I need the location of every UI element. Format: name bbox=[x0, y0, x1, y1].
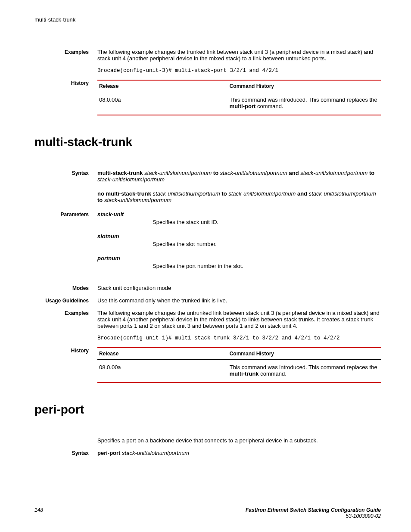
param-name: portnum bbox=[97, 255, 153, 269]
parameters-section: Parameters stack-unit Specifies the stac… bbox=[34, 211, 381, 277]
doc-title: FastIron Ethernet Switch Stacking Config… bbox=[246, 507, 381, 513]
examples-section-top: Examples The following example changes t… bbox=[34, 49, 381, 62]
history-cmdhist-val: This command was introduced. This comman… bbox=[228, 360, 381, 383]
modes-text: Stack unit configuration mode bbox=[97, 285, 381, 291]
param-name: stack-unit bbox=[97, 211, 153, 225]
page-number: 148 bbox=[34, 507, 43, 519]
section-title-multi-stack-trunk: multi-stack-trunk bbox=[34, 135, 381, 149]
history-col-cmdhist: Command History bbox=[228, 80, 381, 92]
examples-code-row-mst: Brocade(config-unit-1)# multi-stack-trun… bbox=[34, 335, 381, 341]
syntax-section: Syntax multi-stack-trunk stack-unit/slot… bbox=[34, 170, 381, 183]
history-label: History bbox=[34, 80, 97, 115]
syntax-line-1: multi-stack-trunk stack-unit/slotnum/por… bbox=[97, 170, 381, 183]
history-release-val: 08.0.00a bbox=[97, 92, 228, 115]
history-section-mst: History Release Command History 08.0.00a… bbox=[34, 347, 381, 383]
param-row: portnum Specifies the port number in the… bbox=[97, 255, 381, 269]
param-desc: Specifies the port number in the slot. bbox=[153, 255, 381, 269]
param-row: slotnum Specifies the slot number. bbox=[97, 233, 381, 247]
examples-code: Brocade(config-unit-1)# multi-stack-trun… bbox=[97, 335, 381, 341]
usage-label: Usage Guidelines bbox=[34, 297, 97, 304]
usage-section: Usage Guidelines Use this command only w… bbox=[34, 297, 381, 304]
param-row: stack-unit Specifies the stack unit ID. bbox=[97, 211, 381, 225]
history-section-top: History Release Command History 08.0.00a… bbox=[34, 80, 381, 115]
examples-label: Examples bbox=[34, 310, 97, 329]
syntax-section-periport: Syntax peri-port stack-unit/slotnum/port… bbox=[34, 450, 381, 456]
document-page: multi-stack-trunk Examples The following… bbox=[0, 0, 411, 532]
history-label: History bbox=[34, 347, 97, 383]
examples-code-row: Brocade(config-unit-3)# multi-stack-port… bbox=[34, 68, 381, 74]
param-desc: Specifies the slot number. bbox=[153, 233, 381, 247]
syntax-line-periport: peri-port stack-unit/slotnum/portnum bbox=[97, 450, 381, 456]
page-footer: 148 FastIron Ethernet Switch Stacking Co… bbox=[34, 507, 381, 519]
examples-code: Brocade(config-unit-3)# multi-stack-port… bbox=[97, 68, 381, 74]
modes-label: Modes bbox=[34, 285, 97, 291]
history-table-top: Release Command History 08.0.00a This co… bbox=[97, 80, 381, 115]
syntax-label: Syntax bbox=[34, 170, 97, 183]
history-col-release: Release bbox=[97, 348, 228, 360]
examples-label: Examples bbox=[34, 49, 97, 62]
modes-section: Modes Stack unit configuration mode bbox=[34, 285, 381, 291]
examples-text: The following example changes the untrun… bbox=[97, 310, 381, 329]
parameters-label: Parameters bbox=[34, 211, 97, 277]
examples-section-mst: Examples The following example changes t… bbox=[34, 310, 381, 329]
periport-intro: Specifies a port on a backbone device th… bbox=[97, 437, 381, 444]
history-col-cmdhist: Command History bbox=[228, 348, 381, 360]
history-cmdhist-val: This command was introduced. This comman… bbox=[228, 92, 381, 115]
syntax-line-2: no multi-stack-trunk stack-unit/slotnum/… bbox=[97, 190, 381, 203]
syntax-section-no: no multi-stack-trunk stack-unit/slotnum/… bbox=[34, 190, 381, 203]
param-name: slotnum bbox=[97, 233, 153, 247]
history-col-release: Release bbox=[97, 80, 228, 92]
usage-text: Use this command only when the trunked l… bbox=[97, 297, 381, 304]
running-head: multi-stack-trunk bbox=[34, 16, 381, 23]
section-title-peri-port: peri-port bbox=[34, 403, 381, 417]
history-table-mst: Release Command History 08.0.00a This co… bbox=[97, 347, 381, 383]
syntax-label: Syntax bbox=[34, 450, 97, 456]
param-desc: Specifies the stack unit ID. bbox=[153, 211, 381, 225]
doc-number: 53-1003090-02 bbox=[246, 513, 381, 519]
examples-text: The following example changes the trunke… bbox=[97, 49, 381, 62]
history-release-val: 08.0.00a bbox=[97, 360, 228, 383]
